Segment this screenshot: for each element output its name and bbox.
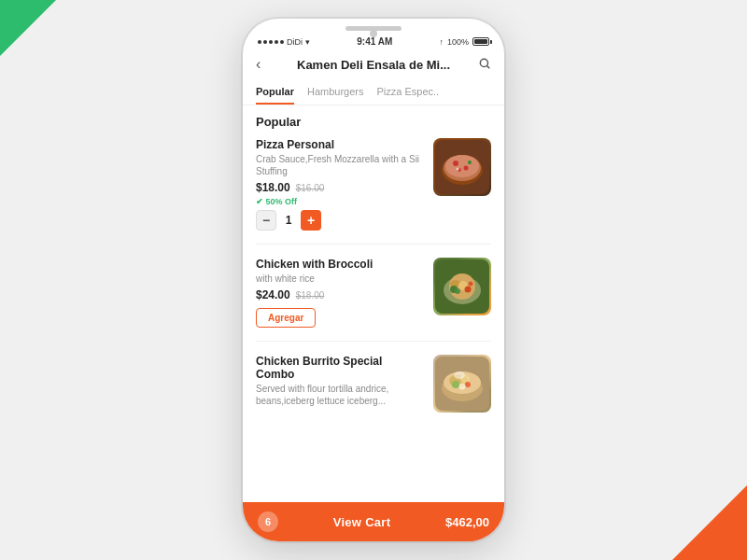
food-image-burrito (433, 355, 491, 413)
phone-camera (370, 30, 377, 37)
price-original-chicken: $18.00 (296, 290, 325, 301)
arrow-icon: ↑ (439, 37, 444, 47)
battery-icon (472, 37, 489, 46)
cart-bar[interactable]: 6 View Cart $462,00 (243, 502, 504, 541)
svg-point-28 (454, 371, 465, 379)
svg-point-25 (452, 381, 459, 388)
svg-point-19 (469, 282, 473, 287)
qty-control-pizza: − 1 + (256, 210, 424, 231)
item-name-pizza: Pizza Personal (256, 138, 424, 151)
page-title: Kamen Deli Ensala de Mi... (275, 58, 472, 72)
item-info-burrito: Chicken Burrito Special Combo Served wit… (256, 355, 424, 411)
corner-decoration-br (672, 485, 747, 560)
svg-point-9 (468, 161, 472, 164)
item-desc-pizza: Crab Sauce,Fresh Mozzarella with a Sii S… (256, 153, 424, 177)
item-desc-burrito: Served with flour tortilla andrice, bean… (256, 383, 424, 407)
wifi-icon: ▾ (305, 37, 310, 47)
menu-item-chicken: Chicken with Broccoli with white rice $2… (256, 258, 491, 342)
svg-point-0 (480, 59, 487, 66)
menu-item-pizza: Pizza Personal Crab Sauce,Fresh Mozzarel… (256, 138, 491, 245)
svg-point-27 (459, 384, 466, 390)
back-button[interactable]: ‹ (256, 56, 275, 73)
corner-decoration-tl (0, 0, 56, 56)
qty-value: 1 (282, 214, 295, 227)
category-tabs: Popular Hamburgers Pizza Espec.. (243, 80, 504, 105)
status-left: DiDi ▾ (258, 37, 310, 47)
cart-count-badge: 6 (258, 511, 278, 532)
app-header: ‹ Kamen Deli Ensala de Mi... (243, 50, 504, 80)
cart-total: $462,00 (445, 515, 489, 529)
menu-item-burrito: Chicken Burrito Special Combo Served wit… (256, 355, 491, 426)
svg-point-18 (465, 287, 472, 293)
price-current-chicken: $24.00 (256, 288, 290, 301)
discount-badge-pizza: ✔ 50% Off (256, 197, 424, 206)
menu-content: Popular Pizza Personal Crab Sauce,Fresh … (243, 105, 504, 502)
price-original-pizza: $16.00 (296, 183, 325, 193)
phone-shell: DiDi ▾ 9:41 AM ↑ 100% ‹ Kamen Deli Ensal… (243, 19, 504, 541)
item-desc-chicken: with white rice (256, 273, 424, 285)
item-name-burrito: Chicken Burrito Special Combo (256, 355, 424, 381)
view-cart-button[interactable]: View Cart (333, 515, 391, 529)
svg-point-5 (445, 155, 479, 177)
status-time: 9:41 AM (357, 36, 392, 47)
phone-top (243, 19, 504, 35)
battery-fill (474, 39, 487, 44)
item-name-chicken: Chicken with Broccoli (256, 258, 424, 271)
qty-minus-button[interactable]: − (256, 210, 276, 231)
svg-line-1 (487, 65, 490, 68)
svg-point-17 (455, 288, 460, 294)
item-info-chicken: Chicken with Broccoli with white rice $2… (256, 258, 424, 328)
tab-pizza[interactable]: Pizza Espec.. (376, 80, 439, 105)
item-info-pizza: Pizza Personal Crab Sauce,Fresh Mozzarel… (256, 138, 424, 231)
carrier-name: DiDi (287, 37, 303, 47)
discount-check-icon: ✔ (256, 197, 266, 206)
svg-point-26 (465, 382, 471, 387)
food-image-chicken (433, 258, 491, 315)
signal-dots (258, 40, 284, 44)
svg-point-6 (453, 161, 458, 166)
battery-percent: 100% (447, 37, 469, 47)
price-current-pizza: $18.00 (256, 181, 290, 194)
qty-plus-button[interactable]: + (301, 210, 321, 231)
item-prices-chicken: $24.00 $18.00 (256, 288, 424, 301)
tab-popular[interactable]: Popular (256, 80, 294, 105)
status-right: ↑ 100% (439, 37, 489, 47)
section-title: Popular (256, 115, 491, 129)
svg-point-7 (464, 166, 469, 171)
food-image-pizza (433, 138, 491, 196)
agregar-button[interactable]: Agregar (256, 308, 316, 328)
svg-point-10 (457, 168, 459, 171)
tab-hamburgers[interactable]: Hamburgers (307, 80, 364, 105)
search-icon[interactable] (472, 57, 491, 73)
item-prices-pizza: $18.00 $16.00 (256, 181, 424, 194)
